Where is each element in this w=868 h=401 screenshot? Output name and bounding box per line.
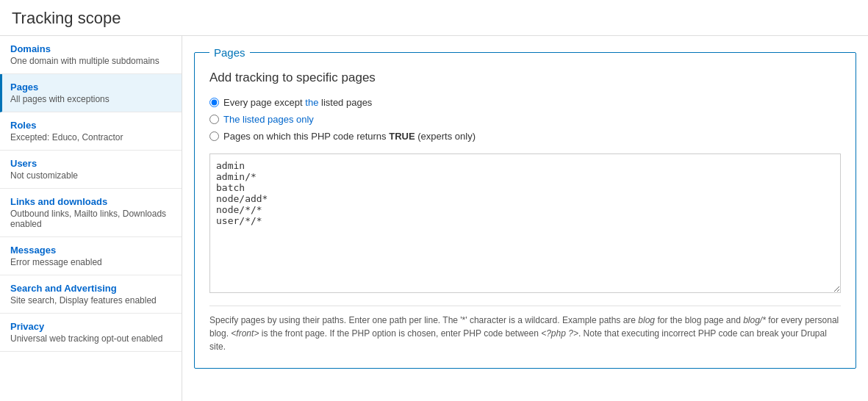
sidebar-item-privacy[interactable]: PrivacyUniversal web tracking opt-out en…: [0, 314, 182, 352]
sidebar-item-messages[interactable]: MessagesError message enabled: [0, 237, 182, 275]
sidebar-item-search-advertising[interactable]: Search and AdvertisingSite search, Displ…: [0, 275, 182, 314]
sidebar-item-desc-roles: Excepted: Educo, Contractor: [10, 132, 171, 142]
sidebar-item-desc-search-advertising: Site search, Display features enabled: [10, 295, 171, 306]
sidebar-item-pages[interactable]: PagesAll pages with exceptions: [0, 74, 182, 112]
sidebar: DomainsOne domain with multiple subdomai…: [0, 36, 182, 401]
radio-option-every[interactable]: Every page except the listed pages: [209, 97, 841, 108]
radio-every-label: Every page except the listed pages: [223, 97, 372, 108]
radio-group: Every page except the listed pages The l…: [209, 97, 841, 142]
radio-listed-pages[interactable]: [209, 115, 219, 124]
help-text: Specify pages by using their paths. Ente…: [209, 306, 841, 353]
pages-fieldset: Pages Add tracking to specific pages Eve…: [194, 46, 856, 369]
radio-php[interactable]: [209, 131, 219, 141]
sidebar-item-title-messages: Messages: [10, 245, 171, 256]
sidebar-item-desc-privacy: Universal web tracking opt-out enabled: [10, 333, 171, 344]
sidebar-item-title-users: Users: [10, 158, 171, 169]
sidebar-item-title-pages: Pages: [10, 82, 171, 93]
sidebar-item-users[interactable]: UsersNot customizable: [0, 151, 182, 189]
listed-label-text: The listed pages only: [223, 114, 314, 125]
sidebar-item-desc-domains: One domain with multiple subdomains: [10, 56, 171, 66]
page-title: Tracking scope: [0, 0, 868, 36]
sidebar-item-links-downloads[interactable]: Links and downloadsOutbound links, Mailt…: [0, 189, 182, 237]
layout: DomainsOne domain with multiple subdomai…: [0, 36, 868, 401]
sidebar-item-desc-pages: All pages with exceptions: [10, 94, 171, 104]
sidebar-item-desc-users: Not customizable: [10, 170, 171, 181]
radio-every-page[interactable]: [209, 98, 219, 107]
radio-listed-label: The listed pages only: [223, 114, 314, 125]
sidebar-item-title-privacy: Privacy: [10, 321, 171, 332]
highlight-the: the: [305, 97, 318, 108]
main-content: Pages Add tracking to specific pages Eve…: [182, 36, 868, 401]
pages-textarea[interactable]: admin admin/* batch node/add* node/*/* u…: [209, 153, 841, 293]
sidebar-item-domains[interactable]: DomainsOne domain with multiple subdomai…: [0, 36, 182, 74]
sidebar-item-title-search-advertising: Search and Advertising: [10, 283, 171, 294]
sidebar-item-roles[interactable]: RolesExcepted: Educo, Contractor: [0, 112, 182, 151]
radio-option-php[interactable]: Pages on which this PHP code returns TRU…: [209, 131, 841, 142]
fieldset-legend: Pages: [209, 46, 250, 59]
sidebar-item-title-roles: Roles: [10, 120, 171, 131]
radio-php-label: Pages on which this PHP code returns TRU…: [223, 131, 476, 142]
sidebar-item-title-links-downloads: Links and downloads: [10, 196, 171, 207]
sidebar-item-desc-links-downloads: Outbound links, Mailto links, Downloads …: [10, 209, 171, 229]
sidebar-item-desc-messages: Error message enabled: [10, 257, 171, 267]
true-bold: TRUE: [389, 131, 415, 142]
section-heading: Add tracking to specific pages: [209, 71, 841, 85]
radio-option-listed[interactable]: The listed pages only: [209, 114, 841, 125]
sidebar-item-title-domains: Domains: [10, 43, 171, 54]
